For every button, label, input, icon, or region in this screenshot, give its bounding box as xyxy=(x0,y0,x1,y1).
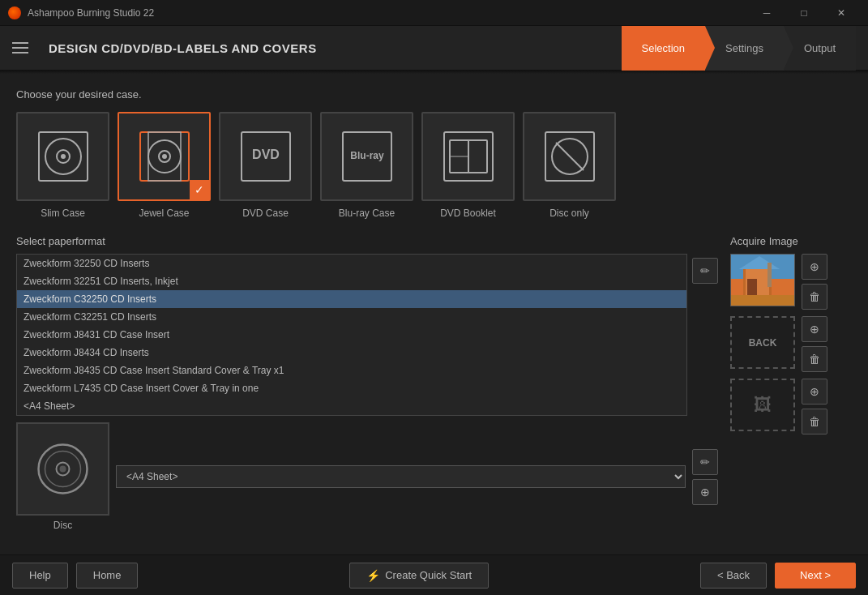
case-selector: Slim Case ✓ Jewel Case DVD xyxy=(16,112,852,219)
format-edit-btn-area: ✏ ⊕ xyxy=(692,445,718,509)
case-box-slim[interactable] xyxy=(16,112,109,201)
nav-step-output[interactable]: Output xyxy=(784,26,856,71)
jewel-case-icon xyxy=(136,128,193,185)
svg-rect-31 xyxy=(731,295,795,306)
svg-point-8 xyxy=(162,154,167,159)
svg-point-23 xyxy=(60,466,66,473)
case-label-booklet: DVD Booklet xyxy=(440,208,496,219)
right-column: Acquire Image ⊕ xyxy=(730,235,852,531)
dvd-booklet-icon xyxy=(440,128,497,185)
format-select-col: <A4 Sheet> <A4 Sheet,Folded> <Letter She… xyxy=(116,465,686,488)
case-box-disconly[interactable] xyxy=(523,112,616,201)
back-label: BACK xyxy=(749,337,777,349)
image-row-3: 🖼 ⊕ 🗑 xyxy=(730,379,852,434)
disc-preview xyxy=(16,422,109,516)
case-item-booklet[interactable]: DVD Booklet xyxy=(421,112,515,219)
paper-list-item[interactable]: Zweckform C32251 CD Inserts xyxy=(17,308,686,326)
image-placeholder-icon: 🖼 xyxy=(754,395,772,416)
case-label-bluray: Blu-ray Case xyxy=(339,208,395,219)
disc-only-icon xyxy=(541,128,598,185)
case-box-booklet[interactable] xyxy=(421,112,515,201)
format-select[interactable]: <A4 Sheet> <A4 Sheet,Folded> <Letter She… xyxy=(116,465,686,488)
acquire-delete-button-2[interactable]: 🗑 xyxy=(802,346,827,372)
app-icon xyxy=(8,6,21,19)
edit-format-button[interactable]: ✏ xyxy=(692,258,718,284)
acquire-add-button-3[interactable]: ⊕ xyxy=(802,379,827,405)
two-col-layout: Select paperformat Zweckform 32250 CD In… xyxy=(16,235,852,531)
back-button[interactable]: < Back xyxy=(700,563,767,589)
image-slot-3: 🖼 xyxy=(730,379,795,431)
next-button[interactable]: Next > xyxy=(775,563,856,589)
case-item-slim[interactable]: Slim Case xyxy=(16,112,109,219)
case-item-jewel[interactable]: ✓ Jewel Case xyxy=(118,112,211,219)
window-controls: ─ □ ✕ xyxy=(748,0,860,26)
svg-text:Blu-ray: Blu-ray xyxy=(350,150,384,161)
paper-format-row: Zweckform 32250 CD Inserts Zweckform 322… xyxy=(16,254,718,416)
case-box-bluray[interactable]: Blu-ray xyxy=(320,112,413,201)
format-edit-button[interactable]: ✏ xyxy=(692,449,718,475)
menu-button[interactable] xyxy=(12,36,36,60)
nav-step-selection[interactable]: Selection xyxy=(622,26,705,71)
close-button[interactable]: ✕ xyxy=(823,0,860,26)
acquire-btn-col-1: ⊕ 🗑 xyxy=(802,254,827,310)
svg-line-19 xyxy=(556,143,584,170)
case-label-jewel: Jewel Case xyxy=(139,208,189,219)
acquire-image-label: Acquire Image xyxy=(730,235,852,247)
image-slot-back: BACK xyxy=(730,316,795,369)
quick-start-icon: ⚡ xyxy=(366,569,380,582)
acquire-delete-button-1[interactable]: 🗑 xyxy=(802,284,827,310)
create-quick-start-button[interactable]: ⚡ Create Quick Start xyxy=(349,563,489,589)
home-button[interactable]: Home xyxy=(76,563,139,589)
choose-case-label: Choose your desired case. xyxy=(16,88,852,101)
nav-step-settings[interactable]: Settings xyxy=(705,26,784,71)
disc-label: Disc xyxy=(53,520,72,531)
selected-checkmark: ✓ xyxy=(190,180,209,199)
image-thumbnail-1 xyxy=(730,254,795,306)
titlebar: Ashampoo Burning Studio 22 ─ □ ✕ xyxy=(0,0,868,26)
case-item-disconly[interactable]: Disc only xyxy=(523,112,616,219)
image-row-1: ⊕ 🗑 xyxy=(730,254,852,310)
acquire-add-button-2[interactable]: ⊕ xyxy=(802,316,827,342)
help-button[interactable]: Help xyxy=(12,563,68,589)
paper-list-item[interactable]: <A4 Sheet> xyxy=(17,397,686,415)
case-box-dvd[interactable]: DVD xyxy=(219,112,312,201)
case-box-jewel[interactable]: ✓ xyxy=(118,112,211,201)
format-zoom-button[interactable]: ⊕ xyxy=(692,479,718,505)
case-label-disconly: Disc only xyxy=(549,208,589,219)
paper-list-item[interactable]: <A4 Sheet,Folded> xyxy=(17,415,686,416)
nav-steps: Selection Settings Output xyxy=(622,26,857,71)
footer: Help Home ⚡ Create Quick Start < Back Ne… xyxy=(0,554,868,595)
app-header: DESIGN CD/DVD/BD-LABELS AND COVERS Selec… xyxy=(0,26,868,71)
bluray-case-icon: Blu-ray xyxy=(339,128,396,185)
acquire-btn-col-3: ⊕ 🗑 xyxy=(802,379,827,434)
select-paperformat-label: Select paperformat xyxy=(16,235,718,247)
minimize-button[interactable]: ─ xyxy=(748,0,785,26)
main-content: Choose your desired case. Slim Case xyxy=(0,74,868,554)
disc-preview-col: Disc xyxy=(16,422,109,531)
acquire-add-button-1[interactable]: ⊕ xyxy=(802,254,827,280)
paper-list-item[interactable]: Zweckform J8431 CD Case Insert xyxy=(17,326,686,344)
beach-hut-image xyxy=(731,255,795,306)
case-item-bluray[interactable]: Blu-ray Blu-ray Case xyxy=(320,112,413,219)
header-title: DESIGN CD/DVD/BD-LABELS AND COVERS xyxy=(49,41,622,55)
maximize-button[interactable]: □ xyxy=(785,0,823,26)
paper-list-item[interactable]: Zweckform 32250 CD Inserts xyxy=(17,255,686,272)
case-item-dvd[interactable]: DVD DVD Case xyxy=(219,112,312,219)
paper-list-item[interactable]: Zweckform J8434 CD Inserts xyxy=(17,344,686,362)
acquire-delete-button-3[interactable]: 🗑 xyxy=(802,409,827,434)
slim-case-icon xyxy=(35,128,92,185)
paper-list-item[interactable]: Zweckform 32251 CD Inserts, Inkjet xyxy=(17,272,686,290)
paper-list-item-selected[interactable]: Zweckform C32250 CD Inserts xyxy=(17,290,686,308)
svg-rect-30 xyxy=(768,263,772,287)
app-title: Ashampoo Burning Studio 22 xyxy=(28,7,742,19)
case-label-slim: Slim Case xyxy=(41,208,85,219)
svg-text:DVD: DVD xyxy=(252,148,280,161)
dvd-case-icon: DVD xyxy=(237,128,294,185)
paper-list-item[interactable]: Zweckform L7435 CD Case Insert Cover & T… xyxy=(17,379,686,397)
paper-format-list[interactable]: Zweckform 32250 CD Inserts Zweckform 322… xyxy=(16,254,687,416)
edit-btn-area: ✏ xyxy=(692,254,718,416)
case-label-dvd: DVD Case xyxy=(242,208,289,219)
acquire-btn-col-2: ⊕ 🗑 xyxy=(802,316,827,372)
paper-list-item[interactable]: Zweckform J8435 CD Case Insert Standard … xyxy=(17,362,686,379)
format-row: Disc <A4 Sheet> <A4 Sheet,Folded> <Lette… xyxy=(16,422,718,531)
